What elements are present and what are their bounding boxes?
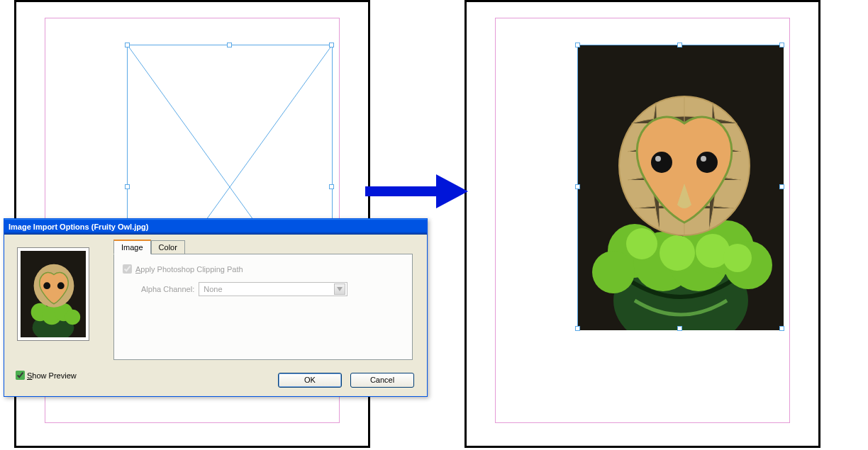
svg-marker-31 <box>337 287 343 291</box>
svg-point-30 <box>57 282 65 289</box>
svg-point-13 <box>723 244 752 272</box>
svg-point-29 <box>43 282 50 289</box>
tab-color[interactable]: Color <box>151 240 185 254</box>
svg-marker-21 <box>436 174 468 208</box>
svg-point-16 <box>651 152 672 173</box>
handle-mr[interactable] <box>779 184 784 189</box>
tab-image[interactable]: Image <box>113 240 151 254</box>
handle-tr[interactable] <box>779 43 784 47</box>
handle-tc[interactable] <box>227 43 232 47</box>
chevron-down-icon <box>334 283 345 295</box>
preview-thumbnail <box>17 247 89 341</box>
cancel-button[interactable]: Cancel <box>350 373 414 388</box>
svg-point-10 <box>626 228 657 259</box>
placed-image <box>578 45 784 330</box>
svg-point-17 <box>696 152 718 173</box>
document-page-right <box>464 0 820 448</box>
svg-point-19 <box>701 156 706 162</box>
handle-mr[interactable] <box>329 184 334 189</box>
svg-point-18 <box>655 156 661 162</box>
arrow-icon <box>362 170 468 213</box>
svg-point-9 <box>592 251 635 293</box>
tabs: Image Color <box>113 239 418 254</box>
handle-tc[interactable] <box>677 43 682 47</box>
svg-point-27 <box>65 310 81 325</box>
handle-bl[interactable] <box>575 326 580 331</box>
dialog-titlebar[interactable]: Image Import Options (Fruity Owl.jpg) <box>4 219 427 235</box>
tab-panel-image: Apply Photoshop Clipping Path Alpha Chan… <box>113 254 413 360</box>
dialog-title: Image Import Options (Fruity Owl.jpg) <box>9 223 148 231</box>
alpha-channel-select: None <box>199 282 347 296</box>
handle-br[interactable] <box>779 326 784 331</box>
svg-point-11 <box>660 235 695 271</box>
image-frame-filled[interactable] <box>577 45 783 330</box>
handle-tr[interactable] <box>329 43 334 47</box>
apply-clipping-checkbox <box>123 264 132 274</box>
alpha-channel-value: None <box>204 285 222 293</box>
handle-tl[interactable] <box>125 43 130 47</box>
image-import-options-dialog: Image Import Options (Fruity Owl.jpg) <box>4 218 428 397</box>
handle-bc[interactable] <box>677 326 682 331</box>
show-preview-input[interactable] <box>16 371 25 380</box>
handle-ml[interactable] <box>125 184 130 189</box>
ok-button[interactable]: OK <box>278 373 342 388</box>
handle-ml[interactable] <box>575 184 580 189</box>
apply-clipping-label: Apply Photoshop Clipping Path <box>135 265 243 274</box>
handle-tl[interactable] <box>575 43 580 47</box>
show-preview-label: Show Preview <box>27 371 77 380</box>
alpha-channel-label: Alpha Channel: <box>141 285 194 293</box>
show-preview-checkbox[interactable]: Show Preview <box>16 371 77 380</box>
